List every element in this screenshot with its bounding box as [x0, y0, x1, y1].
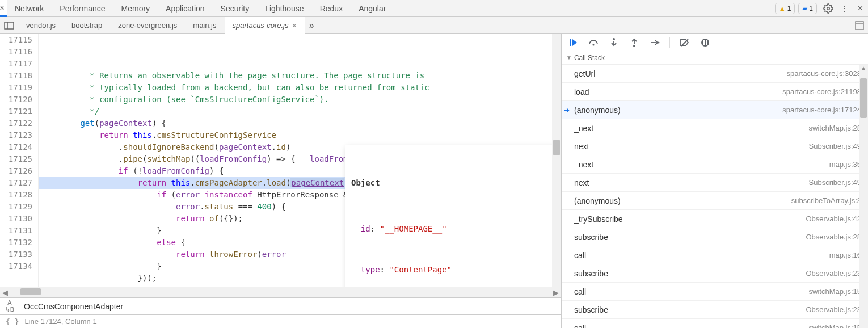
call-stack-row[interactable]: (anonymous)subscribeToArray.js:3: [562, 192, 868, 210]
step-into-icon[interactable]: [606, 35, 622, 51]
devtools-tab-active[interactable]: s: [0, 0, 7, 17]
warning-count: 1: [787, 5, 791, 12]
svg-point-9: [658, 41, 660, 43]
scroll-up-icon[interactable]: ▲: [859, 65, 868, 73]
devtools-tab-application[interactable]: Application: [158, 0, 213, 17]
settings-icon[interactable]: [820, 1, 836, 16]
code-line[interactable]: get(pageContext) {: [39, 117, 552, 129]
code-line[interactable]: * typically loaded from a backend, but c…: [39, 82, 552, 94]
line-number: 17125: [0, 153, 32, 165]
code-line[interactable]: return this.cmsStructureConfigService: [39, 129, 552, 141]
devtools-tab-redux[interactable]: Redux: [312, 0, 351, 17]
stack-location: switchMap.js:15: [809, 323, 861, 328]
stack-location: Observable.js:23: [806, 269, 861, 277]
call-stack-row[interactable]: ➔(anonymous)spartacus-core.js:17124: [562, 101, 868, 119]
tooltip-key: type: [361, 263, 380, 276]
svg-point-11: [701, 39, 709, 47]
debug-toolbar: [562, 34, 868, 51]
call-stack-row[interactable]: getUrlspartacus-core.js:3028: [562, 65, 868, 83]
code-editor[interactable]: * Returns an observable with the page st…: [39, 34, 552, 287]
editor-vertical-scrollbar[interactable]: [552, 34, 561, 287]
step-out-icon[interactable]: [626, 35, 642, 51]
cursor-position: Line 17124, Column 1: [24, 317, 96, 326]
file-tab-label: zone-evergreen.js: [118, 21, 177, 30]
file-tab[interactable]: zone-evergreen.js: [110, 17, 185, 34]
call-stack-row[interactable]: subscribeObservable.js:28: [562, 228, 868, 246]
page-overview-icon[interactable]: [851, 21, 868, 30]
call-stack-list: getUrlspartacus-core.js:3028loadspartacu…: [562, 65, 868, 328]
call-stack-row[interactable]: _nextswitchMap.js:28: [562, 119, 868, 137]
line-number: 17134: [0, 260, 32, 272]
stack-function: _trySubscribe: [574, 215, 623, 224]
tooltip-value: "__HOMEPAGE__": [380, 222, 447, 236]
format-icon[interactable]: { }: [6, 317, 19, 326]
collapse-icon: ▼: [566, 54, 572, 61]
code-line[interactable]: * Returns an observable with the page st…: [39, 70, 552, 82]
stack-function: subscribe: [574, 305, 608, 314]
call-stack-row[interactable]: _trySubscribeObservable.js:42: [562, 210, 868, 228]
stack-function: _next: [574, 124, 593, 133]
more-tabs-icon[interactable]: »: [305, 20, 319, 31]
devtools-tab-memory[interactable]: Memory: [113, 0, 158, 17]
call-stack-header[interactable]: ▼ Call Stack: [562, 51, 868, 65]
call-stack-row[interactable]: nextSubscriber.js:49: [562, 137, 868, 155]
devtools-tab-security[interactable]: Security: [213, 0, 258, 17]
call-stack-row[interactable]: subscribeObservable.js:23: [562, 301, 868, 319]
status-bar: { } Line 17124, Column 1: [0, 314, 561, 328]
file-tab[interactable]: main.js: [185, 17, 224, 34]
call-stack-row[interactable]: callmap.js:16: [562, 246, 868, 264]
more-icon[interactable]: ⋮: [836, 1, 852, 16]
svg-point-6: [592, 44, 594, 45]
pause-exceptions-icon[interactable]: [697, 35, 713, 51]
devtools-tab-network[interactable]: Network: [7, 0, 52, 17]
scroll-left-icon[interactable]: ◀: [0, 288, 10, 297]
svg-point-0: [827, 7, 830, 10]
svg-rect-5: [570, 39, 571, 46]
editor-horizontal-scrollbar[interactable]: ◀ ▶: [0, 287, 561, 297]
line-number: 17119: [0, 82, 32, 94]
file-tab-label: main.js: [193, 21, 216, 30]
line-number-gutter: 1711517116171171711817119171201712117122…: [0, 34, 39, 287]
deactivate-breakpoints-icon[interactable]: [677, 35, 693, 51]
close-devtools-icon[interactable]: ✕: [852, 1, 868, 16]
call-stack-row[interactable]: nextSubscriber.js:49: [562, 174, 868, 192]
call-stack-row[interactable]: loadspartacus-core.js:21198: [562, 83, 868, 101]
call-stack-row[interactable]: callswitchMap.js:15: [562, 283, 868, 301]
close-icon[interactable]: ×: [292, 21, 296, 30]
tooltip-header: Object: [351, 176, 552, 192]
line-number: 17130: [0, 213, 32, 225]
sidebar-scrollbar[interactable]: ▲: [859, 65, 868, 328]
navigator-toggle-icon[interactable]: [0, 22, 18, 30]
file-tab[interactable]: vendor.js: [18, 17, 64, 34]
step-over-icon[interactable]: [585, 35, 601, 51]
warnings-badge[interactable]: ▲1: [775, 3, 795, 14]
devtools-tab-angular[interactable]: Angular: [351, 0, 394, 17]
line-number: 17132: [0, 237, 32, 249]
file-tab-label: spartacus-core.js: [233, 21, 289, 30]
messages-badge[interactable]: ▰1: [798, 3, 817, 14]
svg-point-7: [613, 38, 615, 40]
line-number: 17123: [0, 129, 32, 141]
file-tab-label: bootstrap: [71, 21, 102, 30]
resume-icon[interactable]: [565, 35, 581, 51]
code-line[interactable]: * configuration (see `CmsStructureConfig…: [39, 94, 552, 106]
svg-point-8: [633, 45, 635, 47]
call-stack-row[interactable]: _nextmap.js:35: [562, 155, 868, 174]
scroll-right-icon[interactable]: ▶: [551, 288, 561, 297]
svg-rect-13: [706, 40, 707, 45]
devtools-tab-lighthouse[interactable]: Lighthouse: [257, 0, 312, 17]
line-number: 17117: [0, 58, 32, 70]
current-frame-icon: ➔: [564, 106, 570, 114]
search-input[interactable]: [19, 300, 561, 313]
file-tab[interactable]: spartacus-core.js×: [225, 17, 305, 34]
call-stack-row[interactable]: subscribeObservable.js:23: [562, 264, 868, 283]
step-icon[interactable]: [647, 35, 663, 51]
stack-function: next: [574, 142, 589, 151]
call-stack-row[interactable]: callswitchMap.js:15: [562, 319, 868, 328]
line-number: 17118: [0, 70, 32, 82]
code-line[interactable]: */: [39, 106, 552, 117]
devtools-tab-performance[interactable]: Performance: [52, 0, 113, 17]
call-stack-title: Call Stack: [574, 54, 605, 62]
file-tab[interactable]: bootstrap: [64, 17, 110, 34]
snippet-icon[interactable]: A↳B: [0, 299, 19, 313]
